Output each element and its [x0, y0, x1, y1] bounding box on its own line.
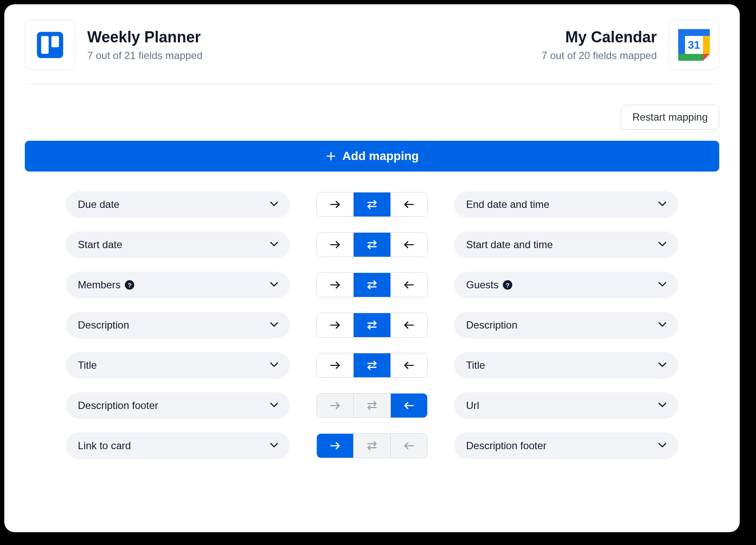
plus-icon — [325, 151, 337, 162]
direction-both-button[interactable] — [354, 233, 390, 257]
right-field-label: Url — [466, 400, 479, 412]
chevron-down-icon — [269, 321, 279, 329]
direction-right-button[interactable] — [317, 193, 354, 216]
right-field-label: Start date and time — [466, 239, 553, 251]
direction-right-button[interactable] — [317, 394, 354, 418]
mapping-row: DescriptionDescription — [66, 312, 678, 338]
help-icon[interactable]: ? — [125, 280, 134, 290]
direction-right-button[interactable] — [317, 353, 354, 377]
chevron-down-icon — [658, 321, 667, 329]
mapping-rows: Due dateEnd date and timeStart dateStart… — [25, 191, 719, 459]
svg-rect-2 — [51, 36, 59, 47]
left-field-select[interactable]: Link to card — [66, 432, 290, 459]
left-field-select[interactable]: Description footer — [66, 392, 290, 419]
right-field-select[interactable]: Guests? — [454, 272, 678, 298]
direction-right-button[interactable] — [317, 233, 354, 257]
direction-toggle — [316, 433, 428, 458]
help-icon[interactable]: ? — [503, 280, 512, 290]
mapping-row: Link to cardDescription footer — [66, 432, 678, 459]
add-mapping-label: Add mapping — [343, 149, 419, 163]
mapping-row: TitleTitle — [66, 352, 678, 379]
direction-left-button[interactable] — [391, 394, 427, 418]
svg-rect-1 — [41, 36, 49, 54]
chevron-down-icon — [658, 361, 667, 369]
left-field-select[interactable]: Due date — [66, 191, 290, 218]
direction-left-button[interactable] — [391, 353, 427, 377]
direction-toggle — [316, 192, 428, 217]
right-field-label: Description footer — [466, 440, 546, 452]
mapping-row: Members?Guests? — [66, 272, 678, 298]
right-field-select[interactable]: Description footer — [454, 432, 678, 459]
chevron-down-icon — [269, 361, 279, 369]
trello-icon — [35, 30, 65, 60]
chevron-down-icon — [658, 281, 667, 289]
direction-both-button[interactable] — [354, 273, 390, 297]
chevron-down-icon — [269, 201, 279, 208]
left-field-label: Description — [78, 319, 129, 331]
left-app-titles: Weekly Planner 7 out of 21 fields mapped — [87, 28, 203, 62]
direction-left-button[interactable] — [391, 193, 427, 216]
chevron-down-icon — [269, 442, 279, 450]
direction-both-button[interactable] — [354, 353, 390, 377]
left-field-select[interactable]: Title — [66, 352, 290, 379]
direction-both-button[interactable] — [354, 313, 390, 337]
direction-left-button[interactable] — [391, 434, 427, 458]
direction-toggle — [316, 272, 428, 297]
right-field-label: End date and time — [466, 198, 549, 210]
left-field-label: Start date — [78, 239, 122, 251]
direction-toggle — [316, 232, 428, 257]
right-app-titles: My Calendar 7 out of 20 fields mapped — [541, 28, 657, 62]
left-field-select[interactable]: Members? — [66, 272, 290, 298]
left-field-select[interactable]: Start date — [66, 231, 290, 258]
direction-both-button[interactable] — [354, 434, 390, 458]
left-field-select[interactable]: Description — [66, 312, 290, 338]
right-app-subtitle: 7 out of 20 fields mapped — [541, 50, 657, 62]
left-app-icon-box — [25, 20, 75, 70]
left-field-label: Title — [78, 359, 97, 371]
mapping-row: Description footerUrl — [66, 392, 678, 419]
right-field-label: Title — [466, 359, 485, 371]
svg-rect-7 — [678, 36, 685, 54]
chevron-down-icon — [658, 241, 667, 249]
restart-mapping-button[interactable]: Restart mapping — [621, 105, 719, 130]
left-field-label: Members? — [78, 279, 134, 291]
google-calendar-icon: 31 — [676, 27, 712, 63]
right-field-label: Guests? — [466, 279, 512, 291]
right-field-select[interactable]: End date and time — [454, 191, 678, 218]
right-field-label: Description — [466, 319, 517, 331]
direction-left-button[interactable] — [391, 313, 427, 337]
add-mapping-button[interactable]: Add mapping — [25, 141, 719, 172]
right-field-select[interactable]: Start date and time — [454, 231, 678, 258]
right-app-block: 31 My Calendar 7 out of 20 fields mapped — [541, 20, 719, 70]
direction-both-button[interactable] — [354, 193, 390, 216]
mapping-row: Start dateStart date and time — [66, 231, 678, 258]
svg-rect-6 — [703, 36, 710, 54]
direction-right-button[interactable] — [317, 313, 354, 337]
direction-toggle — [316, 353, 428, 378]
left-app-block: Weekly Planner 7 out of 21 fields mapped — [25, 20, 203, 70]
svg-rect-4 — [678, 29, 710, 36]
direction-toggle — [316, 393, 428, 418]
mapping-row: Due dateEnd date and time — [66, 191, 678, 218]
right-field-select[interactable]: Url — [454, 392, 678, 419]
direction-right-button[interactable] — [317, 273, 354, 297]
direction-left-button[interactable] — [391, 233, 427, 257]
left-app-title: Weekly Planner — [87, 28, 203, 46]
left-app-subtitle: 7 out of 21 fields mapped — [87, 50, 203, 62]
mapping-panel: Weekly Planner 7 out of 21 fields mapped… — [4, 4, 740, 532]
direction-both-button[interactable] — [354, 394, 390, 418]
right-field-select[interactable]: Title — [454, 352, 678, 379]
header: Weekly Planner 7 out of 21 fields mapped… — [25, 20, 719, 84]
chevron-down-icon — [269, 402, 279, 409]
left-field-label: Description footer — [78, 400, 158, 412]
direction-left-button[interactable] — [391, 273, 427, 297]
right-app-icon-box: 31 — [669, 20, 719, 70]
chevron-down-icon — [269, 241, 279, 249]
right-app-title: My Calendar — [541, 28, 657, 46]
right-field-select[interactable]: Description — [454, 312, 678, 338]
direction-toggle — [316, 313, 428, 338]
left-field-label: Link to card — [78, 440, 131, 452]
direction-right-button[interactable] — [317, 434, 354, 458]
toolbar: Restart mapping — [25, 105, 719, 130]
svg-rect-0 — [37, 32, 63, 58]
